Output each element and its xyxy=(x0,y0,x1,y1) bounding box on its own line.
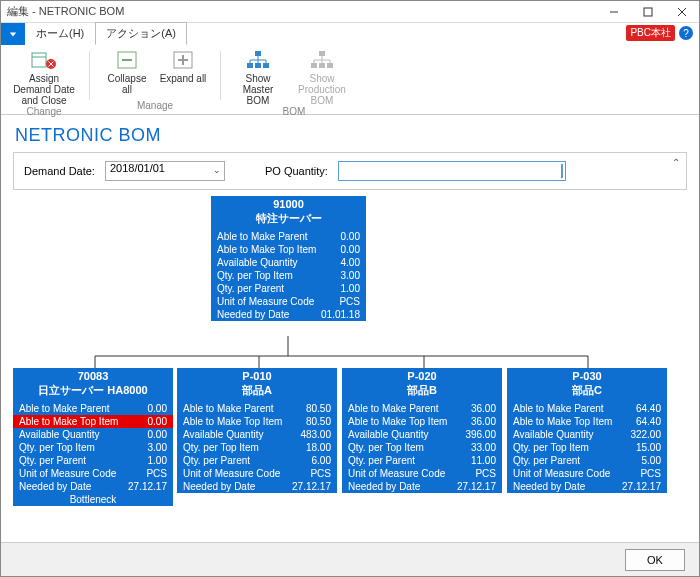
node-name: 特注サーバー xyxy=(211,211,366,230)
bottleneck-label: Bottleneck xyxy=(13,493,173,506)
expand-all-button[interactable]: Expand all xyxy=(158,49,208,84)
show-master-bom-label: Show Master BOM xyxy=(233,73,283,106)
svg-rect-18 xyxy=(263,63,269,68)
svg-rect-27 xyxy=(327,63,333,68)
svg-rect-1 xyxy=(644,8,652,16)
bom-node-child[interactable]: P-030部品CAble to Make Parent64.40Able to … xyxy=(507,368,667,493)
maximize-button[interactable] xyxy=(631,1,665,23)
tab-bar: ホーム(H) アクション(A) PBC本社 ? xyxy=(1,23,699,45)
svg-rect-17 xyxy=(255,63,261,68)
group-bom-label: BOM xyxy=(283,106,306,118)
hierarchy-icon-disabled xyxy=(308,49,336,71)
po-qty-input[interactable] xyxy=(338,161,566,181)
demand-date-label: Demand Date: xyxy=(24,165,95,177)
show-production-bom-button: Show Production BOM xyxy=(289,49,355,106)
tab-home[interactable]: ホーム(H) xyxy=(25,22,95,45)
po-qty-label: PO Quantity: xyxy=(265,165,328,177)
chevron-down-icon: ⌄ xyxy=(213,165,221,175)
group-change-label: Change xyxy=(26,106,61,118)
tab-action[interactable]: アクション(A) xyxy=(95,22,187,45)
help-icon[interactable]: ? xyxy=(679,26,693,40)
window-title: 編集 - NETRONIC BOM xyxy=(7,4,124,19)
collapse-icon xyxy=(113,49,141,71)
svg-rect-26 xyxy=(319,63,325,68)
panel-collapse-icon[interactable]: ⌃ xyxy=(672,157,680,168)
bom-canvas: 91000 特注サーバー Able to Make Parent0.00 Abl… xyxy=(13,196,687,536)
node-code: 70083 xyxy=(13,368,173,383)
node-name: 部品C xyxy=(507,383,667,402)
hierarchy-icon xyxy=(244,49,272,71)
company-badge: PBC本社 xyxy=(626,25,675,41)
node-name: 日立サーバー HA8000 xyxy=(13,383,173,402)
collapse-all-label: Collapse all xyxy=(102,73,152,95)
node-code: P-010 xyxy=(177,368,337,383)
node-code: 91000 xyxy=(211,196,366,211)
node-name: 部品B xyxy=(342,383,502,402)
svg-rect-15 xyxy=(255,51,261,56)
collapse-all-button[interactable]: Collapse all xyxy=(102,49,152,95)
show-master-bom-button[interactable]: Show Master BOM xyxy=(233,49,283,106)
filter-panel: Demand Date: 2018/01/01 ⌄ PO Quantity: ⌃ xyxy=(13,152,687,190)
ok-button[interactable]: OK xyxy=(625,549,685,571)
calendar-close-icon xyxy=(30,49,58,71)
bom-node-child[interactable]: P-010部品AAble to Make Parent80.50Able to … xyxy=(177,368,337,493)
node-name: 部品A xyxy=(177,383,337,402)
assign-demand-label: Assign Demand Date and Close xyxy=(11,73,77,106)
svg-marker-4 xyxy=(10,32,16,36)
bom-node-child[interactable]: P-020部品BAble to Make Parent36.00Able to … xyxy=(342,368,502,493)
demand-date-input[interactable]: 2018/01/01 ⌄ xyxy=(105,161,225,181)
svg-rect-5 xyxy=(32,53,46,67)
close-button[interactable] xyxy=(665,1,699,23)
bom-node-child[interactable]: 70083日立サーバー HA8000Able to Make Parent0.0… xyxy=(13,368,173,506)
titlebar: 編集 - NETRONIC BOM xyxy=(1,1,699,23)
demand-date-value: 2018/01/01 xyxy=(110,162,165,174)
node-code: P-030 xyxy=(507,368,667,383)
file-tab-dropdown[interactable] xyxy=(1,23,25,45)
ribbon: Assign Demand Date and Close Change Coll… xyxy=(1,45,699,115)
svg-rect-24 xyxy=(319,51,325,56)
bom-node-root[interactable]: 91000 特注サーバー Able to Make Parent0.00 Abl… xyxy=(211,196,366,321)
expand-icon xyxy=(169,49,197,71)
svg-rect-25 xyxy=(311,63,317,68)
footer: OK xyxy=(1,542,699,576)
page-title: NETRONIC BOM xyxy=(1,115,699,152)
node-code: P-020 xyxy=(342,368,502,383)
minimize-button[interactable] xyxy=(597,1,631,23)
svg-rect-16 xyxy=(247,63,253,68)
expand-all-label: Expand all xyxy=(160,73,207,84)
group-manage-label: Manage xyxy=(137,100,173,112)
show-production-bom-label: Show Production BOM xyxy=(289,73,355,106)
assign-demand-button[interactable]: Assign Demand Date and Close xyxy=(11,49,77,106)
